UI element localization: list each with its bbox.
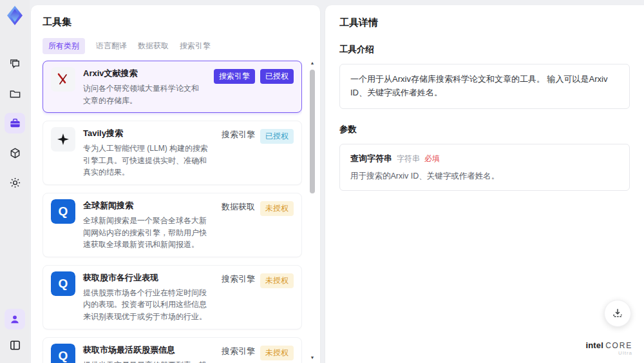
tool-logo-icon: Q	[51, 271, 75, 296]
scrollbar-track[interactable]: ▲ ▼	[309, 61, 316, 360]
panel-layout-icon	[9, 339, 21, 351]
app-logo-icon	[4, 5, 26, 26]
sidebar-item-panel-toggle[interactable]	[5, 335, 25, 355]
briefcase-icon	[9, 117, 21, 130]
tool-list-item[interactable]: Q 全球新闻搜索 全球新闻搜索是一个聚合全球各大新闻网站内容的搜索引擎，帮助用户…	[43, 193, 302, 257]
tool-category-badge: 搜索引擎	[222, 346, 255, 357]
intro-text: 一个用于从Arxiv存储库搜索科学论文和文章的工具。 输入可以是Arxiv ID…	[350, 73, 619, 100]
tool-list-item[interactable]: Arxiv文献搜索 访问各个研究领域大量科学论文和文章的存储库。 搜索引擎 已授…	[43, 61, 302, 113]
tool-auth-badge: 未授权	[260, 201, 294, 216]
param-name: 查询字符串	[350, 153, 392, 164]
tool-auth-badge: 已授权	[260, 129, 294, 144]
tab-language-translation[interactable]: 语言翻译	[96, 38, 127, 54]
brand-intel: intel	[585, 340, 603, 350]
page-title: 工具集	[43, 16, 320, 28]
category-tabs: 所有类别 语言翻译 数据获取 搜索引擎	[43, 38, 320, 54]
tool-name: 获取股市各行业表现	[83, 272, 209, 284]
tool-logo-icon	[51, 67, 75, 92]
tool-logo-icon: Q	[51, 199, 75, 224]
tool-list-item[interactable]: Q 获取市场最活跃股票信息 提供当天交易量最高的股票列表，投资者可以利用这些信息…	[43, 337, 302, 363]
sidebar-item-files[interactable]	[5, 83, 25, 104]
param-type: 字符串	[397, 153, 420, 164]
tool-name: Tavily搜索	[83, 128, 209, 139]
tool-name: Arxiv文献搜索	[83, 68, 201, 79]
tool-description: 专为人工智能代理 (LLM) 构建的搜索引擎工具。可快速提供实时、准确和真实的结…	[83, 142, 209, 179]
tool-logo-icon	[51, 127, 75, 152]
tool-list-item[interactable]: Tavily搜索 专为人工智能代理 (LLM) 构建的搜索引擎工具。可快速提供实…	[43, 121, 302, 185]
tool-category-badge: 搜索引擎	[222, 129, 255, 141]
brand-core: CORE	[605, 341, 632, 350]
intro-box: 一个用于从Arxiv存储库搜索科学论文和文章的工具。 输入可以是Arxiv ID…	[339, 64, 630, 109]
sidebar-item-tools[interactable]	[5, 113, 25, 133]
tool-list: Arxiv文献搜索 访问各个研究领域大量科学论文和文章的存储库。 搜索引擎 已授…	[43, 61, 302, 363]
tool-name: 获取市场最活跃股票信息	[83, 344, 209, 356]
tool-auth-badge: 未授权	[260, 273, 294, 288]
download-button[interactable]	[604, 300, 631, 327]
tool-collection-panel: 工具集 所有类别 语言翻译 数据获取 搜索引擎 Arxiv文献搜索 访问各个研究…	[31, 5, 320, 363]
scrollbar-down-icon[interactable]: ▼	[309, 355, 316, 360]
sidebar-item-packages[interactable]	[5, 142, 25, 163]
tool-category-badge: 搜索引擎	[222, 273, 255, 285]
param-description: 用于搜索的Arxiv ID、关键字或作者姓名。	[350, 171, 619, 182]
tool-description: 提供当天交易量最高的股票列表，投资者可以利用这些信息来识别流动性强的股票和潜在的…	[83, 359, 209, 363]
cube-icon	[9, 147, 21, 159]
param-required-badge: 必填	[424, 153, 440, 164]
user-icon	[9, 313, 21, 325]
download-icon	[611, 307, 624, 320]
brand-ultra: Ultra	[585, 351, 632, 357]
sidebar-item-profile[interactable]	[5, 309, 25, 329]
details-title: 工具详情	[339, 17, 630, 29]
sidebar-item-settings[interactable]	[5, 172, 25, 193]
gear-icon	[9, 177, 21, 189]
chat-icon	[9, 58, 21, 70]
tool-name: 全球新闻搜索	[83, 200, 209, 211]
params-heading: 参数	[339, 124, 630, 135]
scrollbar-thumb[interactable]	[310, 70, 315, 193]
param-box: 查询字符串 字符串 必填 用于搜索的Arxiv ID、关键字或作者姓名。	[339, 144, 630, 191]
tool-logo-icon: Q	[51, 344, 75, 363]
tool-auth-badge: 未授权	[260, 346, 294, 360]
tab-data-acquisition[interactable]: 数据获取	[138, 38, 169, 54]
tool-description: 全球新闻搜索是一个聚合全球各大新闻网站内容的搜索引擎，帮助用户快速获取全球最新资…	[83, 215, 209, 251]
folder-icon	[9, 88, 21, 100]
tool-category-badge: 搜索引擎	[214, 69, 255, 84]
tool-description: 提供股票市场各个行业在特定时间段内的表现。投资者可以利用这些信息来识别表现优于或…	[83, 287, 209, 323]
sidebar-item-chat[interactable]	[5, 54, 25, 74]
tool-description: 访问各个研究领域大量科学论文和文章的存储库。	[83, 83, 201, 106]
tool-auth-badge: 已授权	[260, 69, 294, 84]
tab-all-categories[interactable]: 所有类别	[43, 38, 85, 54]
intel-core-logo: intelCORE Ultra	[585, 339, 632, 357]
tool-list-item[interactable]: Q 获取股市各行业表现 提供股票市场各个行业在特定时间段内的表现。投资者可以利用…	[43, 265, 302, 329]
tool-category-badge: 数据获取	[222, 201, 255, 213]
scrollbar-up-icon[interactable]: ▲	[309, 61, 316, 66]
tab-search-engine[interactable]: 搜索引擎	[180, 38, 211, 54]
tool-details-panel: 工具详情 工具介绍 一个用于从Arxiv存储库搜索科学论文和文章的工具。 输入可…	[325, 5, 644, 363]
sidebar	[0, 0, 30, 363]
intro-heading: 工具介绍	[339, 44, 630, 55]
